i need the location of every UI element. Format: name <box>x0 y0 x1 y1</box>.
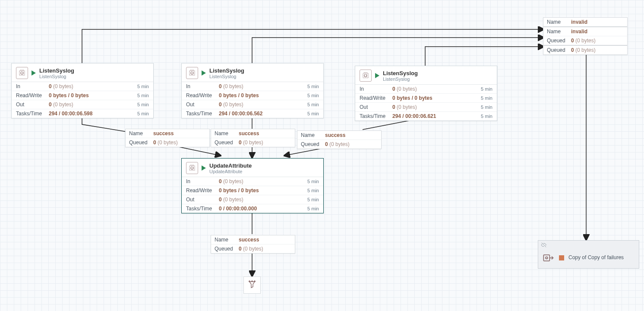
play-icon <box>32 70 36 76</box>
process-group-title: Copy of Copy of failures <box>568 254 624 261</box>
processor-updateattribute[interactable]: UpdateAttribute UpdateAttribute In0 (0 b… <box>181 158 324 213</box>
svg-point-4 <box>546 257 548 259</box>
connection-success-3[interactable]: Namesuccess Queued0 (0 bytes) <box>297 130 382 149</box>
processor-icon <box>360 70 372 82</box>
processor-title: ListenSyslog <box>383 70 418 76</box>
processor-type: UpdateAttribute <box>209 169 252 174</box>
play-icon <box>375 73 379 78</box>
eye-off-icon <box>541 242 547 248</box>
processor-icon <box>186 162 198 174</box>
process-group-icon <box>543 252 555 264</box>
processor-icon <box>186 67 198 79</box>
processor-type: ListenSyslog <box>209 74 244 79</box>
processor-listensyslog-3[interactable]: ListenSyslog ListenSyslog In0 (0 bytes)5… <box>355 66 497 121</box>
connection-success-4[interactable]: Namesuccess Queued0 (0 bytes) <box>211 235 295 254</box>
processor-type: ListenSyslog <box>39 74 74 79</box>
processor-icon <box>16 67 28 79</box>
funnel[interactable] <box>243 276 261 294</box>
processor-listensyslog-2[interactable]: ListenSyslog ListenSyslog In0 (0 bytes)5… <box>181 63 324 118</box>
processor-title: ListenSyslog <box>39 67 74 74</box>
connection-invalid-1[interactable]: Nameinvalid <box>543 17 628 27</box>
connection-success-1[interactable]: Namesuccess Queued0 (0 bytes) <box>125 129 210 147</box>
connection-invalid-stack: Nameinvalid Nameinvalid Queued0 (0 bytes… <box>543 17 628 56</box>
processor-listensyslog-1[interactable]: ListenSyslog ListenSyslog In0 (0 bytes)5… <box>11 63 154 118</box>
svg-point-0 <box>249 281 250 282</box>
play-icon <box>202 165 206 171</box>
connection-invalid-2[interactable]: Nameinvalid Queued0 (0 bytes) <box>543 27 628 45</box>
processor-type: ListenSyslog <box>383 76 418 82</box>
stop-icon <box>559 255 564 260</box>
processor-title: ListenSyslog <box>209 67 244 74</box>
connection-success-2[interactable]: Namesuccess Queued0 (0 bytes) <box>211 129 295 147</box>
play-icon <box>202 70 206 76</box>
svg-rect-3 <box>543 255 549 261</box>
process-group-failures[interactable]: Copy of Copy of failures <box>538 240 639 269</box>
connection-invalid-3[interactable]: Queued0 (0 bytes) <box>543 45 628 55</box>
processor-title: UpdateAttribute <box>209 162 252 169</box>
svg-point-2 <box>254 281 255 282</box>
svg-point-1 <box>252 281 253 282</box>
